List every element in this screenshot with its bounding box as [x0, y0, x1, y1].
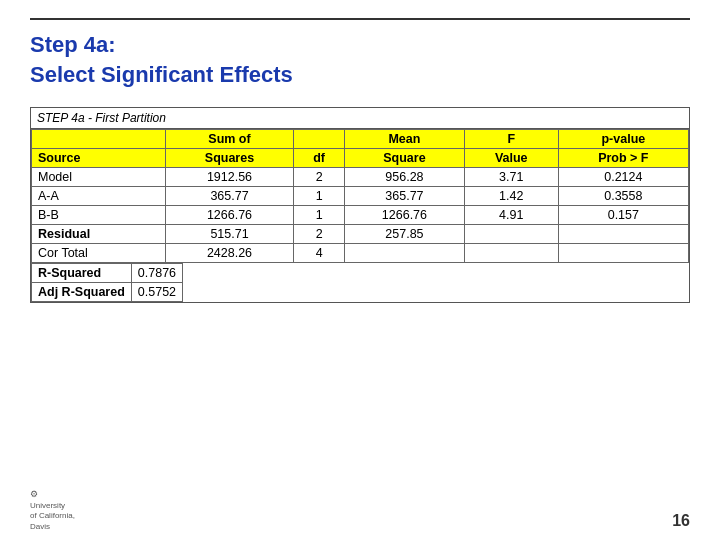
anova-table: Sum of Mean F p-value Source Squares df …: [31, 129, 689, 263]
title-line2: Select Significant Effects: [30, 62, 293, 87]
anova-cell-0-3: 956.28: [345, 168, 465, 187]
anova-cell-3-5: [558, 225, 688, 244]
anova-cell-0-2: 2: [294, 168, 345, 187]
hdr2-square: Square: [345, 149, 465, 168]
page-number: 16: [672, 512, 690, 530]
hdr2-probf: Prob > F: [558, 149, 688, 168]
rsq-label-0: R-Squared: [32, 264, 132, 283]
anova-cell-1-2: 1: [294, 187, 345, 206]
page-container: Step 4a: Select Significant Effects STEP…: [0, 0, 720, 540]
top-border: [30, 18, 690, 20]
rsquared-row: R-Squared0.7876: [32, 264, 183, 283]
hdr2-value: Value: [464, 149, 558, 168]
anova-cell-3-1: 515.71: [165, 225, 293, 244]
rsq-value-0: 0.7876: [131, 264, 182, 283]
anova-row: A-A365.771365.771.420.3558: [32, 187, 689, 206]
hdr1-blank: [294, 130, 345, 149]
rsquared-row: Adj R-Squared0.5752: [32, 283, 183, 302]
anova-cell-4-2: 4: [294, 244, 345, 263]
anova-table-wrapper: STEP 4a - First Partition Sum of Mean F …: [30, 107, 690, 303]
anova-cell-3-2: 2: [294, 225, 345, 244]
anova-row: Residual515.712257.85: [32, 225, 689, 244]
hdr1-pvalue: p-value: [558, 130, 688, 149]
anova-cell-0-5: 0.2124: [558, 168, 688, 187]
anova-cell-2-1: 1266.76: [165, 206, 293, 225]
rsq-value-1: 0.5752: [131, 283, 182, 302]
hdr2-df: df: [294, 149, 345, 168]
anova-cell-4-4: [464, 244, 558, 263]
anova-cell-0-0: Model: [32, 168, 166, 187]
anova-header-row2: Source Squares df Square Value Prob > F: [32, 149, 689, 168]
hdr2-source: Source: [32, 149, 166, 168]
anova-cell-1-5: 0.3558: [558, 187, 688, 206]
anova-row: Cor Total2428.264: [32, 244, 689, 263]
footer-logo: ⚙ Universityof California,Davis: [30, 489, 75, 532]
anova-cell-4-1: 2428.26: [165, 244, 293, 263]
anova-cell-2-5: 0.157: [558, 206, 688, 225]
anova-cell-1-0: A-A: [32, 187, 166, 206]
anova-cell-3-4: [464, 225, 558, 244]
anova-cell-4-5: [558, 244, 688, 263]
hdr2-squares: Squares: [165, 149, 293, 168]
anova-cell-1-4: 1.42: [464, 187, 558, 206]
hdr1-source: [32, 130, 166, 149]
anova-row: B-B1266.7611266.764.910.157: [32, 206, 689, 225]
anova-cell-3-3: 257.85: [345, 225, 465, 244]
anova-cell-1-3: 365.77: [345, 187, 465, 206]
anova-cell-2-2: 1: [294, 206, 345, 225]
hdr1-mean: Mean: [345, 130, 465, 149]
anova-cell-4-0: Cor Total: [32, 244, 166, 263]
anova-cell-2-0: B-B: [32, 206, 166, 225]
anova-tbody: Model1912.562956.283.710.2124A-A365.7713…: [32, 168, 689, 263]
hdr1-f: F: [464, 130, 558, 149]
slide-title: Step 4a: Select Significant Effects: [30, 30, 690, 89]
anova-cell-0-1: 1912.56: [165, 168, 293, 187]
anova-cell-1-1: 365.77: [165, 187, 293, 206]
rsquared-table: R-Squared0.7876Adj R-Squared0.5752: [31, 263, 183, 302]
anova-cell-4-3: [345, 244, 465, 263]
anova-row: Model1912.562956.283.710.2124: [32, 168, 689, 187]
anova-cell-3-0: Residual: [32, 225, 166, 244]
rsq-label-1: Adj R-Squared: [32, 283, 132, 302]
anova-cell-0-4: 3.71: [464, 168, 558, 187]
anova-step-label: STEP 4a - First Partition: [31, 108, 689, 129]
anova-header-row1: Sum of Mean F p-value: [32, 130, 689, 149]
title-line1: Step 4a:: [30, 32, 116, 57]
hdr1-sumof: Sum of: [165, 130, 293, 149]
anova-cell-2-4: 4.91: [464, 206, 558, 225]
anova-cell-2-3: 1266.76: [345, 206, 465, 225]
